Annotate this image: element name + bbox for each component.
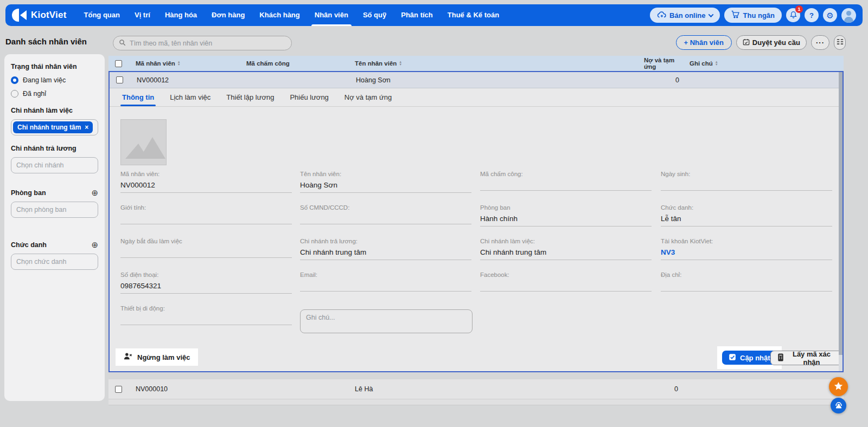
nav-item-nhan-vien[interactable]: Nhân viên xyxy=(315,4,348,26)
update-button[interactable]: Cập nhật xyxy=(722,351,777,365)
column-header-debt[interactable]: Nợ và tạm ứng xyxy=(639,57,681,70)
salary-branch-input[interactable] xyxy=(11,157,98,173)
branch-tag: Chi nhánh trung tâm × xyxy=(13,121,93,133)
person-remove-icon xyxy=(123,352,132,362)
table-row[interactable]: NV000012 Hoàng Sơn 0 xyxy=(110,72,843,88)
main-menu: Tổng quan Vị trí Hàng hóa Đơn hàng Khách… xyxy=(84,4,500,26)
status-option-working[interactable]: Đang làm việc xyxy=(11,76,98,84)
top-navbar: KiotViet Tổng quan Vị trí Hàng hóa Đơn h… xyxy=(5,4,863,26)
search-icon xyxy=(119,38,126,48)
employee-debt: 0 xyxy=(640,76,682,84)
columns-icon xyxy=(837,38,844,47)
field-so-cmnd: Số CMND/CCCD: xyxy=(300,204,471,224)
field-ma-nhan-vien: Mã nhân viên: NV000012 xyxy=(120,171,292,193)
field-ngay-bat-dau: Ngày bắt đầu làm việc xyxy=(120,238,292,258)
panel-scrollbar[interactable] xyxy=(839,72,843,371)
nav-item-tong-quan[interactable]: Tổng quan xyxy=(84,4,120,26)
add-employee-button[interactable]: + Nhân viên xyxy=(676,35,732,50)
field-phong-ban: Phòng ban Hành chính xyxy=(480,204,652,227)
nav-item-thue-ke-toan[interactable]: Thuế & Kế toán xyxy=(448,4,499,26)
status-filter-label: Trạng thái nhân viên xyxy=(11,63,98,70)
row-checkbox[interactable] xyxy=(116,76,123,83)
employee-name: Hoàng Sơn xyxy=(350,76,640,84)
select-all-checkbox[interactable] xyxy=(115,60,122,67)
user-avatar[interactable] xyxy=(841,8,856,23)
field-dia-chi: Địa chỉ: xyxy=(661,271,832,292)
search-box[interactable] xyxy=(113,36,292,50)
radio-unselected-icon[interactable] xyxy=(11,90,18,98)
column-header-note[interactable]: Ghi chú ▲▼ xyxy=(681,60,844,67)
more-options-button[interactable]: ··· xyxy=(811,35,829,50)
field-facebook: Facebook: xyxy=(480,271,652,292)
department-filter-label: Phòng ban ⊕ xyxy=(11,189,98,197)
notifications-button[interactable]: 1 xyxy=(786,8,800,22)
feedback-fab-button[interactable] xyxy=(829,377,848,396)
question-icon: ? xyxy=(809,11,814,20)
kiotviet-logo-icon xyxy=(12,9,27,22)
table-row-spacer xyxy=(108,399,844,405)
nav-item-so-quy[interactable]: Số quỹ xyxy=(363,4,386,26)
sort-icon: ▲▼ xyxy=(715,61,718,66)
ban-online-button[interactable]: Bán online xyxy=(650,8,719,23)
image-placeholder-icon xyxy=(121,120,167,165)
nav-item-phan-tich[interactable]: Phân tích xyxy=(401,4,433,26)
headset-person-icon xyxy=(834,401,843,411)
field-gioi-tinh: Giới tính: xyxy=(120,204,292,224)
page-title: Danh sách nhân viên xyxy=(5,37,87,46)
column-header-name[interactable]: Tên nhân viên ▲▼ xyxy=(349,60,639,67)
tab-thiet-lap-luong[interactable]: Thiết lập lương xyxy=(225,88,276,106)
settings-button[interactable]: ⚙ xyxy=(823,8,837,22)
tab-lich-lam-viec[interactable]: Lịch làm việc xyxy=(168,88,212,106)
column-header-timekeeping[interactable]: Mã chấm công xyxy=(241,60,349,67)
remove-tag-icon[interactable]: × xyxy=(85,124,88,131)
support-fab-button[interactable] xyxy=(831,398,846,413)
status-option-quit[interactable]: Đã nghỉ xyxy=(11,90,98,98)
field-ngay-sinh: Ngày sinh: xyxy=(661,171,832,191)
navbar-actions: Bán online Thu ngân 1 ? ⚙ xyxy=(650,8,856,23)
field-ten-nhan-vien: Tên nhân viên: Hoàng Sơn xyxy=(300,171,471,193)
row-checkbox[interactable] xyxy=(115,386,122,393)
device-otp-icon xyxy=(777,353,784,363)
tab-phieu-luong[interactable]: Phiếu lương xyxy=(288,88,330,106)
column-header-code[interactable]: Mã nhân viên ▲▼ xyxy=(130,60,241,67)
kiotviet-logo[interactable]: KiotViet xyxy=(12,9,67,22)
gear-icon: ⚙ xyxy=(826,11,833,20)
position-filter-label: Chức danh ⊕ xyxy=(11,241,98,249)
position-input[interactable] xyxy=(11,254,98,270)
scrollbar-thumb[interactable] xyxy=(839,72,843,355)
radio-selected-icon[interactable] xyxy=(11,76,18,84)
approve-request-button[interactable]: Duyệt yêu cầu xyxy=(736,35,807,50)
add-position-icon[interactable]: ⊕ xyxy=(91,241,98,249)
table-row[interactable]: NV000010 Lê Hà 0 xyxy=(108,379,844,399)
column-settings-button[interactable] xyxy=(834,35,846,50)
tab-thong-tin[interactable]: Thông tin xyxy=(120,88,156,106)
work-branch-filter-label: Chi nhánh làm việc xyxy=(11,107,98,114)
work-branch-select[interactable]: Chi nhánh trung tâm × xyxy=(11,119,98,135)
cart-icon xyxy=(731,10,740,20)
tab-no-va-tam-ung[interactable]: Nợ và tạm ứng xyxy=(343,88,393,106)
field-thiet-bi-di-dong: Thiết bị di động: xyxy=(120,305,292,325)
field-ma-cham-cong: Mã chấm công: xyxy=(480,171,652,191)
employee-photo-placeholder[interactable] xyxy=(120,119,167,165)
nav-item-hang-hoa[interactable]: Hàng hóa xyxy=(165,4,197,26)
note-textarea[interactable] xyxy=(300,309,473,333)
employee-name: Lê Hà xyxy=(349,385,639,393)
chevron-down-icon xyxy=(708,12,713,17)
nav-item-khach-hang[interactable]: Khách hàng xyxy=(259,4,299,26)
nav-item-don-hang[interactable]: Đơn hàng xyxy=(212,4,245,26)
table-header: Mã nhân viên ▲▼ Mã chấm công Tên nhân vi… xyxy=(108,56,844,71)
detail-tabs: Thông tin Lịch làm việc Thiết lập lương … xyxy=(110,88,843,107)
stop-working-button[interactable]: Ngừng làm việc xyxy=(123,352,190,362)
help-button[interactable]: ? xyxy=(805,8,819,22)
stop-working-highlight: Ngừng làm việc xyxy=(116,348,198,366)
nav-item-vi-tri[interactable]: Vị trí xyxy=(135,4,150,26)
search-input[interactable] xyxy=(130,40,286,47)
sort-icon: ▲▼ xyxy=(399,61,402,66)
thu-ngan-button[interactable]: Thu ngân xyxy=(724,8,782,23)
get-verification-code-button[interactable]: Lấy mã xác nhận xyxy=(770,351,843,365)
field-chi-nhanh-lam-viec: Chi nhánh làm việc: Chi nhánh trung tâm xyxy=(480,238,652,260)
kiotviet-account-link[interactable]: NV3 xyxy=(661,248,832,260)
add-department-icon[interactable]: ⊕ xyxy=(91,189,98,197)
filter-panel: Trạng thái nhân viên Đang làm việc Đã ng… xyxy=(4,54,105,401)
department-input[interactable] xyxy=(11,202,98,218)
